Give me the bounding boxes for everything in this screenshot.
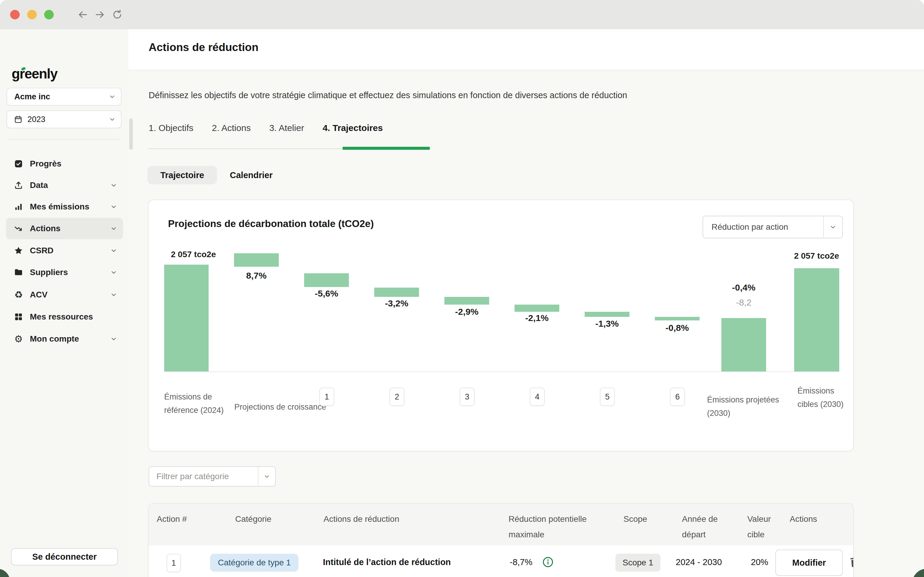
waterfall-bar-projetees[interactable] — [721, 318, 766, 372]
sidebar-item-label: Actions — [30, 224, 61, 233]
gear-icon: ⚙ — [13, 334, 24, 344]
toggle-calendrier[interactable]: Calendrier — [230, 166, 273, 184]
action-title: Intitulé de l’action de réduction — [323, 557, 451, 567]
sidebar-item-acv[interactable]: ♻ ACV — [6, 284, 123, 306]
folder-icon — [13, 268, 24, 277]
chevron-down-icon — [110, 269, 118, 276]
action-number-badge: 1 — [166, 554, 181, 572]
chart-view-dropdown[interactable]: Réduction par action — [703, 216, 843, 239]
waterfall-bar-action-6[interactable] — [655, 317, 700, 321]
sidebar-item-label: Suppliers — [30, 268, 68, 277]
sidebar-item-label: Data — [30, 181, 48, 190]
sidebar: greenly Acme inc 2023 Progrè — [0, 29, 129, 577]
chevron-down-icon — [110, 335, 118, 343]
back-icon[interactable] — [77, 9, 88, 20]
waterfall-bar-action-4[interactable] — [514, 305, 559, 312]
chart-baseline — [164, 371, 839, 372]
waterfall-bar-action-2[interactable] — [374, 288, 419, 297]
waterfall-bar-action-5[interactable] — [585, 312, 629, 317]
column-header: Scope — [624, 511, 668, 527]
waterfall-bar-reference[interactable] — [164, 264, 209, 372]
company-name: Acme inc — [15, 92, 50, 102]
recycle-icon: ♻ — [13, 290, 24, 300]
star-icon — [13, 246, 24, 255]
chevron-down-icon — [110, 181, 118, 189]
waterfall-bar-cibles[interactable] — [794, 268, 839, 372]
category-filter-dropdown[interactable]: Filtrer par catégorie — [148, 466, 276, 487]
column-header: Réduction potentielle maximale — [508, 511, 600, 542]
year-value: 2023 — [27, 115, 45, 124]
greenly-logo: greenly — [11, 66, 57, 82]
info-icon[interactable] — [542, 556, 554, 568]
bar-value-label: -0,8% — [644, 323, 710, 333]
bar-value-label: 2 057 tco2e — [784, 251, 850, 261]
company-selector[interactable]: Acme inc — [6, 88, 121, 106]
tab-actions[interactable]: 2. Actions — [212, 123, 251, 133]
waterfall-bar-action-1[interactable] — [304, 273, 349, 287]
axis-badge-3: 3 — [460, 388, 474, 406]
chevron-down-icon — [108, 93, 116, 100]
logout-button[interactable]: Se déconnecter — [11, 548, 118, 566]
grid-icon — [13, 312, 24, 322]
scrollbar-thumb[interactable] — [129, 118, 133, 150]
axis-label-croissance: Projections de croissance — [234, 400, 326, 414]
zoom-button[interactable] — [44, 10, 54, 19]
target-value: 20% — [751, 557, 768, 567]
filter-placeholder: Filtrer par catégorie — [149, 472, 229, 481]
toggle-trajectoire[interactable]: Trajectoire — [147, 166, 217, 184]
reload-icon[interactable] — [111, 9, 123, 20]
column-header: Catégorie — [235, 511, 304, 527]
bar-value-label: -2,1% — [504, 313, 570, 323]
page-header: Actions de réduction — [128, 29, 924, 71]
sidebar-item-label: Mon compte — [30, 334, 79, 344]
bar-value-label: -3,2% — [364, 298, 429, 308]
bar-secondary-label: -8,2 — [711, 297, 777, 308]
sidebar-item-mon-compte[interactable]: ⚙ Mon compte — [6, 328, 123, 350]
minimize-button[interactable] — [27, 10, 37, 19]
column-header: Action # — [157, 511, 219, 527]
axis-badge-2: 2 — [389, 388, 405, 406]
dropdown-value: Réduction par action — [703, 222, 788, 232]
sidebar-item-mes-emissions[interactable]: Mes émissions — [6, 196, 123, 218]
browser-chrome — [0, 0, 924, 30]
table-row: 1 Catégorie de type 1 Intitulé de l’acti… — [148, 545, 853, 577]
trash-icon[interactable] — [848, 556, 854, 569]
page-title: Actions de réduction — [148, 41, 258, 54]
sidebar-item-suppliers[interactable]: Suppliers — [6, 262, 123, 283]
bar-chart-icon — [13, 202, 24, 211]
sidebar-item-mes-ressources[interactable]: Mes ressources — [6, 306, 123, 327]
checkbox-icon — [13, 159, 24, 169]
steps-tabs: 1. Objectifs 2. Actions 3. Atelier 4. Tr… — [148, 123, 383, 133]
sidebar-item-csrd[interactable]: CSRD — [6, 240, 123, 261]
sidebar-item-progres[interactable]: Progrès — [6, 153, 123, 174]
waterfall-bar-action-3[interactable] — [444, 297, 489, 305]
bar-value-label: -0,4% — [711, 282, 777, 293]
sidebar-item-label: CSRD — [30, 246, 53, 255]
sidebar-item-actions[interactable]: Actions — [6, 218, 123, 239]
sidebar-item-progres[interactable] — [6, 124, 123, 145]
edit-button[interactable]: Modifier — [776, 550, 843, 576]
page-subtitle: Définissez les objectifs de votre straté… — [148, 90, 776, 100]
axis-badge-6: 6 — [670, 388, 685, 406]
bar-value-label: -5,6% — [293, 288, 359, 299]
tab-atelier[interactable]: 3. Atelier — [269, 123, 304, 133]
forward-icon[interactable] — [94, 9, 106, 20]
column-header: Année de départ — [682, 511, 722, 542]
close-button[interactable] — [10, 10, 20, 19]
axis-badge-1: 1 — [319, 388, 334, 406]
chevron-down-icon — [110, 203, 118, 211]
chevron-down-icon — [110, 247, 118, 255]
bar-value-label: -2,9% — [434, 307, 500, 317]
axis-label-reference: Émissions de référence (2024) — [164, 390, 225, 417]
category-pill: Catégorie de type 1 — [210, 554, 298, 572]
tab-trajectoires[interactable]: 4. Trajectoires — [323, 123, 383, 133]
waterfall-bar-croissance[interactable] — [234, 253, 279, 267]
tab-objectifs[interactable]: 1. Objectifs — [148, 123, 194, 133]
sidebar-item-label: ACV — [30, 290, 47, 300]
chevron-down-icon — [108, 116, 116, 123]
chevron-down-icon — [823, 216, 842, 238]
axis-label-cibles: Émissions cibles (2030) — [797, 384, 848, 411]
chevron-down-icon — [110, 291, 118, 299]
reduction-value: -8,7% — [510, 557, 532, 567]
sidebar-item-data[interactable]: Data — [6, 174, 123, 196]
